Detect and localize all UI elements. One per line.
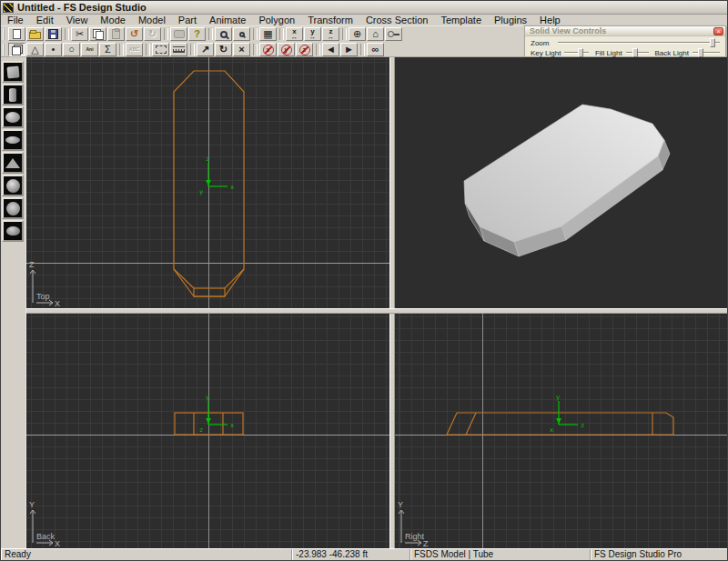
svg-text:x: x (230, 422, 234, 429)
create-dome-button[interactable] (2, 220, 24, 242)
rotate-view-button[interactable]: ⊕ (349, 27, 366, 41)
zoom-slider[interactable] (558, 38, 720, 48)
menu-template[interactable]: Template (434, 15, 488, 26)
key-light-label: Key Light (531, 49, 561, 57)
fsds-window: Untitled - FS Design Studio FileEditView… (0, 0, 728, 561)
menu-mode[interactable]: Mode (94, 15, 132, 26)
next-part-button[interactable]: ► (340, 43, 358, 56)
move-tool-button[interactable]: ↗ (197, 43, 214, 56)
create-disk-button[interactable] (2, 129, 24, 151)
viewport-right[interactable]: y z x Y Right Z (395, 314, 727, 548)
animation-mode-button[interactable]: Ani (81, 43, 98, 56)
grid-button[interactable]: ▦ (259, 27, 277, 41)
save-button[interactable] (45, 27, 62, 41)
part-mode-button[interactable] (8, 43, 25, 56)
point-mode-button[interactable]: • (45, 43, 62, 56)
menu-polygon[interactable]: Polygon (252, 15, 301, 26)
create-cone-button[interactable] (2, 152, 24, 174)
right-triangle-icon: ► (344, 45, 354, 55)
constrain-x-button[interactable]: x↔ (286, 27, 303, 41)
copy-button[interactable] (89, 27, 106, 41)
close-icon[interactable]: × (713, 27, 723, 35)
menu-file[interactable]: File (1, 15, 30, 26)
lock-x-button[interactable]: x (259, 43, 277, 56)
undo-button[interactable]: ↺ (126, 27, 143, 41)
new-document-icon (13, 29, 21, 39)
menu-model[interactable]: Model (132, 15, 172, 26)
toolbar-separator (190, 44, 195, 55)
slider-track (558, 42, 720, 44)
view-key-button[interactable] (385, 27, 402, 41)
menu-plugins[interactable]: Plugins (488, 15, 533, 26)
find-button[interactable]: ∞ (367, 43, 384, 56)
slider-thumb[interactable] (632, 48, 638, 57)
text-icon: ABC (129, 47, 139, 52)
polygon-mode-button[interactable]: △ (26, 43, 44, 56)
menu-animate[interactable]: Animate (203, 15, 252, 26)
marquee-select-button[interactable] (152, 43, 169, 56)
create-cylinder-button[interactable] (2, 84, 24, 105)
create-sphere-button[interactable] (2, 106, 24, 128)
viewport-splitter-horizontal[interactable] (26, 308, 727, 314)
help-button[interactable]: ? (188, 27, 206, 41)
menu-edit[interactable]: Edit (30, 15, 60, 26)
summary-button[interactable]: Σ (99, 43, 116, 56)
svg-text:Right: Right (405, 532, 425, 541)
lock-y-button[interactable]: y (278, 43, 295, 56)
menu-cross-section[interactable]: Cross Section (359, 15, 434, 26)
menu-part[interactable]: Part (172, 15, 203, 26)
open-file-button[interactable] (26, 27, 44, 41)
app-logo-icon (3, 3, 14, 13)
constrain-y-button[interactable]: y↔ (304, 27, 321, 41)
grid-icon: ▦ (263, 29, 272, 39)
zoom-out-button[interactable] (233, 27, 250, 41)
render-button (170, 27, 187, 41)
default-view-button[interactable]: ⌂ (367, 27, 384, 41)
slider-thumb[interactable] (710, 38, 715, 47)
solid-model-render[interactable] (395, 57, 727, 308)
slider-thumb[interactable] (578, 48, 583, 57)
window-title: Untitled - FS Design Studio (17, 2, 147, 13)
viewport-area: z x y Z Top X (26, 57, 727, 548)
solid-view-controls-titlebar[interactable]: Solid View Controls × (525, 26, 725, 36)
viewport-solid-3d[interactable] (395, 57, 727, 308)
viewport-back[interactable]: y x z Y Back X (26, 314, 389, 548)
viewport-splitter-vertical[interactable] (389, 57, 395, 548)
toolbar-separator (146, 44, 150, 55)
two-squares-icon (12, 45, 23, 55)
redo-icon: ↻ (148, 29, 157, 39)
create-box-button[interactable] (2, 61, 24, 83)
x-axis-icon: x↔ (291, 29, 298, 40)
measure-button[interactable] (170, 43, 187, 56)
zoom-slider-label: Zoom (531, 39, 554, 47)
zoom-in-button[interactable] (215, 27, 232, 41)
viewport-top[interactable]: z x y Z Top X (26, 57, 389, 308)
back-light-slider[interactable] (693, 48, 720, 58)
cut-button[interactable]: ✂ (71, 27, 88, 41)
ruler-icon (173, 46, 185, 53)
paste-button (107, 27, 125, 41)
open-folder-icon (29, 32, 41, 39)
toolbar-grip[interactable] (3, 44, 6, 55)
back-light-label: Back Light (655, 49, 689, 57)
fill-light-label: Fill Light (595, 49, 622, 57)
create-smooth-sphere-button[interactable] (2, 175, 24, 196)
rotate-tool-button[interactable]: ↻ (215, 43, 232, 56)
prev-part-button[interactable]: ◄ (322, 43, 339, 56)
toolbar-grip[interactable] (3, 28, 6, 40)
create-geosphere-button[interactable] (2, 197, 24, 219)
lock-z-button[interactable]: z (296, 43, 313, 56)
scale-tool-button[interactable]: × (233, 43, 250, 56)
menu-view[interactable]: View (60, 15, 95, 26)
new-document-button[interactable] (8, 27, 25, 41)
constrain-z-button[interactable]: z↔ (322, 27, 339, 41)
status-message: Ready (1, 549, 292, 560)
fill-light-slider[interactable] (626, 48, 649, 58)
toolbar-separator (164, 28, 168, 40)
axis-marker: z x y (197, 154, 239, 195)
menu-transform[interactable]: Transform (301, 15, 359, 26)
slider-thumb[interactable] (698, 48, 703, 57)
circle-mode-button[interactable]: ○ (63, 43, 80, 56)
menu-help[interactable]: Help (533, 15, 567, 26)
key-light-slider[interactable] (564, 48, 589, 58)
